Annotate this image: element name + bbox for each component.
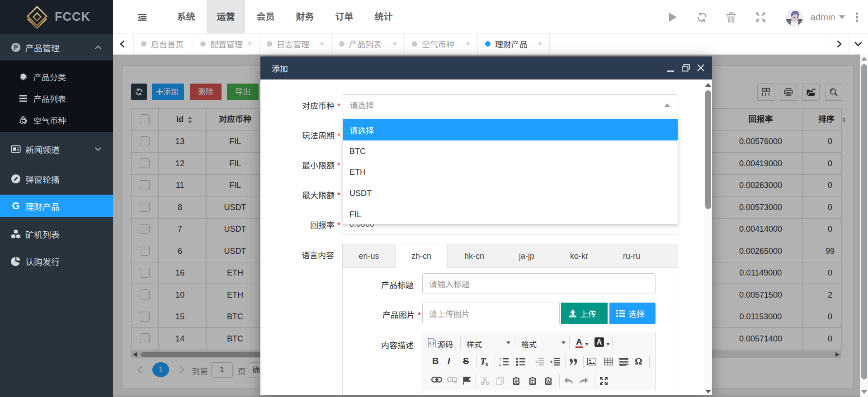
svg-text:G: G <box>12 201 19 211</box>
svg-text:2: 2 <box>499 363 501 366</box>
svg-text:W: W <box>547 379 551 384</box>
svg-text:T: T <box>531 379 534 384</box>
svg-text:P: P <box>14 44 18 51</box>
svg-text:1: 1 <box>499 358 501 361</box>
